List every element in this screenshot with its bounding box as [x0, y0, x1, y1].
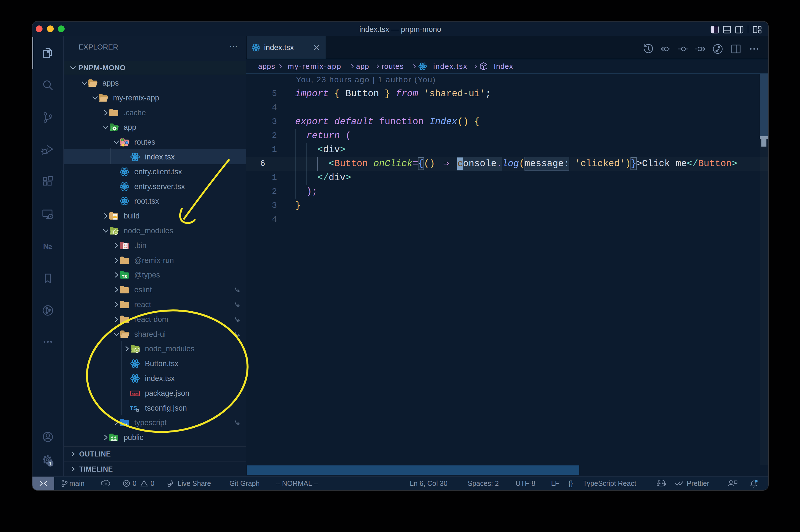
svg-text:1: 1: [49, 461, 52, 467]
svg-text:N: N: [43, 242, 49, 251]
svg-text:≥: ≥: [49, 243, 52, 250]
